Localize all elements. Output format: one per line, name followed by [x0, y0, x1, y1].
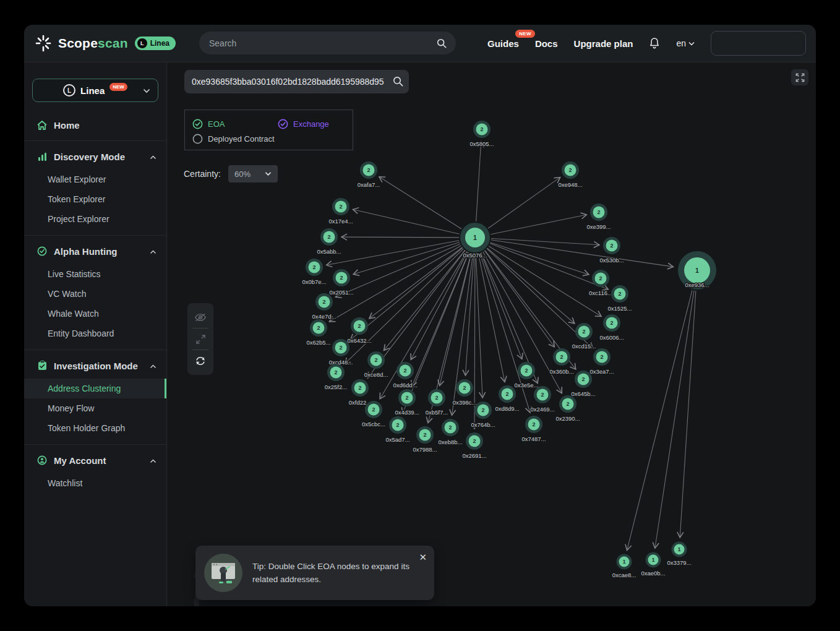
close-icon[interactable]: ✕ [419, 552, 427, 563]
certainty-dropdown[interactable]: 60% [228, 165, 278, 182]
chevron-up-icon [150, 155, 156, 160]
graph-edge [488, 178, 560, 228]
graph-node[interactable]: 20xb5f7... [426, 389, 448, 416]
nav-docs[interactable]: Docs [535, 38, 558, 49]
graph-node[interactable]: 10xae0b... [641, 552, 665, 577]
sidebar-item-token-explorer[interactable]: Token Explorer [24, 189, 166, 209]
graph-edge [342, 237, 459, 238]
bar-chart-icon [36, 152, 48, 161]
sidebar-section-alpha-hunting[interactable]: Alpha Hunting [24, 242, 166, 260]
graph-edge [491, 239, 599, 245]
legend-exchange[interactable]: Exchange [278, 119, 329, 129]
refresh-icon [195, 356, 206, 366]
check-circle-icon [192, 119, 203, 129]
graph-node[interactable]: 20x3ea7... [589, 348, 614, 375]
graph-node[interactable]: 20x62b5... [306, 319, 330, 346]
sidebar-item-vc-watch[interactable]: VC Watch [24, 284, 166, 304]
network-selector-label: Linea [80, 85, 105, 96]
graph-node[interactable]: 20xce8d... [364, 351, 388, 378]
graph-node[interactable]: 20x5abb... [317, 228, 341, 255]
sidebar-divider [24, 444, 166, 445]
language-selector[interactable]: en [676, 38, 695, 48]
graph-node[interactable]: 10xe936... [678, 251, 716, 290]
sidebar-item-money-flow[interactable]: Money Flow [24, 398, 166, 418]
graph-node[interactable]: 20x5ad7... [385, 416, 409, 443]
graph-node[interactable]: 20xfd22... [349, 379, 371, 406]
graph-node[interactable]: 10x5076... [460, 223, 490, 259]
tip-illustration [204, 554, 242, 592]
sidebar-section-investigation-mode[interactable]: Investigation Mode [24, 356, 166, 375]
sidebar-section-discovery-mode[interactable]: Discovery Mode [24, 147, 166, 166]
sidebar-item-address-clustering[interactable]: Address Clustering [24, 379, 166, 398]
legend-eoa[interactable]: EOA [192, 119, 273, 129]
graph-node[interactable]: 20x4d39... [395, 389, 419, 416]
graph-node[interactable]: 20xafa7... [358, 161, 380, 188]
sidebar-item-entity-dashboard[interactable]: Entity Dashboard [24, 324, 166, 343]
graph-node[interactable]: 20x6006... [599, 314, 624, 341]
eye-off-icon [194, 312, 207, 322]
graph-node[interactable]: 20xe948... [558, 161, 582, 188]
hide-labels-button[interactable] [187, 307, 213, 328]
brand[interactable]: Scopescan L Linea [34, 34, 176, 53]
graph-node[interactable]: 20x4e7d... [312, 293, 336, 320]
sidebar-item-whale-watch[interactable]: Whale Watch [24, 304, 166, 324]
refresh-button[interactable] [187, 350, 213, 371]
graph-node[interactable]: 20x0b7e... [302, 259, 326, 285]
graph-node[interactable]: 20xd8d9... [495, 385, 519, 412]
search-icon[interactable] [392, 75, 404, 90]
graph-node[interactable]: 20x6432... [347, 317, 371, 344]
node-address-label: 0x62b5... [306, 339, 330, 346]
sidebar-item-watchlist[interactable]: Watchlist [24, 473, 166, 493]
node-address-label: 0xcae8... [612, 572, 636, 578]
graph-node[interactable]: 20xeb8b... [438, 419, 462, 445]
node-count: 2 [403, 367, 406, 374]
sidebar-section-my-account[interactable]: My Account [24, 451, 166, 470]
graph-node[interactable]: 20x7988... [413, 426, 437, 453]
graph-node[interactable]: 20x5805... [469, 121, 494, 147]
legend-deployed-contract[interactable]: Deployed Contract [192, 134, 275, 144]
sidebar-item-home[interactable]: Home [24, 116, 166, 134]
address-value: 0xe93685f3bba03016f02bd1828badd6195988d9… [192, 77, 384, 87]
node-count: 2 [372, 406, 375, 413]
graph-node[interactable]: 10xcae8... [612, 554, 636, 579]
graph-node[interactable]: 20x2691... [462, 432, 486, 459]
global-search[interactable] [199, 32, 456, 54]
node-address-label: 0x2051... [329, 289, 353, 296]
sidebar-item-token-holder-graph[interactable]: Token Holder Graph [24, 418, 166, 438]
notifications-bell-icon[interactable] [649, 37, 660, 49]
graph-edge [476, 254, 482, 397]
section-title: Investigation Mode [54, 361, 138, 371]
graph-node[interactable]: 20x2051... [329, 269, 353, 296]
graph-node[interactable]: 20x3e5e... [514, 362, 538, 388]
nav-guides[interactable]: GuidesNEW [487, 38, 519, 49]
node-address-label: 0x1525... [607, 305, 632, 312]
graph-node[interactable]: 20x2390... [555, 395, 580, 422]
global-search-input[interactable] [208, 38, 436, 49]
graph-node[interactable]: 20xe399... [586, 204, 611, 230]
address-search-box[interactable]: 0xe93685f3bba03016f02bd1828badd6195988d9… [184, 70, 409, 93]
node-address-label: 0x7988... [413, 446, 437, 453]
graph-node[interactable]: 20x7487... [521, 416, 546, 442]
fit-view-button[interactable] [187, 328, 213, 350]
graph-node[interactable]: 20xd6dd... [393, 362, 417, 388]
graph-node[interactable]: 10x3379... [667, 542, 691, 567]
graph-edge [384, 250, 465, 350]
node-address-label: 0x4d39... [395, 409, 419, 416]
graph-node[interactable]: 20x2469... [530, 386, 554, 413]
graph-node[interactable]: 20x25f2... [325, 364, 347, 390]
graph-node[interactable]: 20x17e4... [328, 198, 353, 225]
graph-node[interactable]: 20x530b... [599, 237, 624, 264]
header-action-button[interactable] [711, 31, 806, 56]
network-selector[interactable]: L Linea NEW [32, 79, 158, 102]
target-icon [36, 246, 48, 256]
section-title: Alpha Hunting [54, 246, 117, 257]
sidebar-item-project-explorer[interactable]: Project Explorer [24, 209, 166, 229]
nav-upgrade-plan[interactable]: Upgrade plan [574, 38, 633, 49]
node-count: 1 [652, 557, 655, 563]
sidebar-item-wallet-explorer[interactable]: Wallet Explorer [24, 170, 166, 189]
fullscreen-button[interactable] [791, 69, 808, 85]
app-window: Scopescan L Linea GuidesNEW Docs Upgrade… [24, 25, 816, 606]
chevron-up-icon [150, 364, 156, 369]
graph-node[interactable]: 20xcd15... [572, 323, 596, 350]
sidebar-item-live-statistics[interactable]: Live Statistics [24, 264, 166, 284]
